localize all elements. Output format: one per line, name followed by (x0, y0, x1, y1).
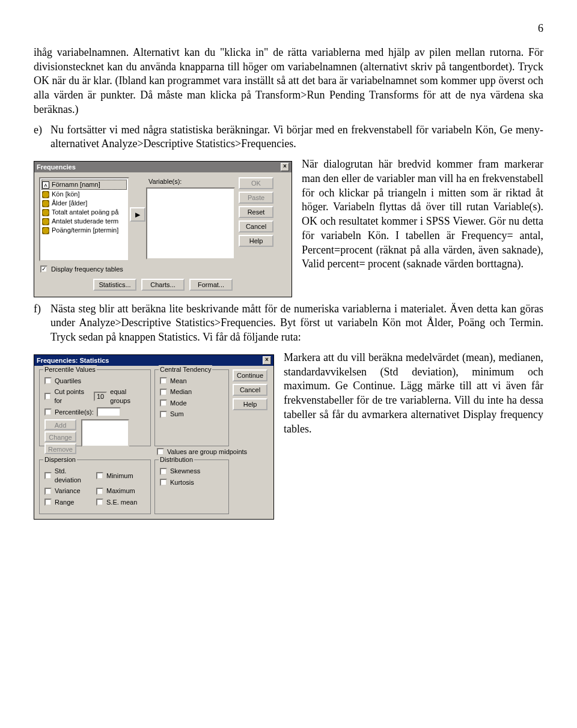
group-legend: Percentile Values (43, 365, 97, 374)
help-button[interactable]: Help (233, 398, 267, 410)
dialog-titlebar[interactable]: Frequencies × (34, 162, 292, 172)
mode-label: Mode (170, 399, 187, 408)
max-label: Maximum (106, 487, 135, 496)
numeric-icon (42, 191, 49, 198)
paste-button[interactable]: Paste (239, 192, 273, 204)
continue-button[interactable]: Continue (233, 369, 267, 381)
change-button[interactable]: Change (44, 431, 76, 442)
statistics-button[interactable]: Statistics... (93, 279, 136, 291)
se-checkbox[interactable] (96, 499, 103, 506)
list-item-label: Kön [kön] (52, 190, 79, 199)
distribution-group: Distribution Skewness Kurtosis (154, 460, 229, 514)
median-label: Median (170, 387, 192, 396)
frequencies-dialog: Frequencies × AFörnamn [namn] Kön [kön] … (34, 161, 292, 297)
quartiles-label: Quartiles (55, 377, 81, 386)
group-legend: Central Tendency (159, 365, 212, 374)
central-tendency-group: Central Tendency Mean Median Mode Sum (154, 369, 229, 446)
charts-button[interactable]: Charts... (141, 279, 185, 291)
range-checkbox[interactable] (44, 499, 52, 506)
quartiles-checkbox[interactable] (44, 377, 52, 384)
dispersion-group: Dispersion Std. deviation Minimum Varian… (39, 460, 151, 514)
dialog-titlebar[interactable]: Frequencies: Statistics × (34, 355, 273, 366)
list-item-label: Antalet studerade term (52, 217, 118, 226)
mode-checkbox[interactable] (160, 399, 167, 407)
sum-checkbox[interactable] (160, 411, 167, 418)
percentile-input[interactable] (97, 407, 121, 417)
add-button[interactable]: Add (44, 419, 76, 430)
list-item-label: Totalt antalet poäng på (52, 208, 118, 217)
item-f-text: Nästa steg blir att beräkna lite beskriv… (50, 303, 543, 344)
group-legend: Distribution (159, 455, 194, 464)
min-checkbox[interactable] (96, 472, 103, 479)
std-checkbox[interactable] (44, 472, 52, 479)
list-item-e: e)Nu fortsätter vi med några statistiska… (34, 123, 543, 152)
chevron-right-icon: ▶ (135, 210, 140, 219)
kurt-checkbox[interactable] (160, 479, 167, 486)
dialog-title: Frequencies: Statistics (37, 355, 109, 366)
dialog-title: Frequencies (37, 162, 76, 172)
item-e-lead: Nu fortsätter vi med några statistiska b… (50, 124, 543, 150)
list-item[interactable]: Antalet studerade term (41, 217, 127, 226)
move-right-button[interactable]: ▶ (130, 207, 145, 222)
list-letter-f: f) (34, 302, 50, 317)
skew-checkbox[interactable] (160, 468, 167, 475)
reset-button[interactable]: Reset (239, 206, 273, 218)
cancel-button[interactable]: Cancel (239, 220, 273, 232)
frequencies-statistics-dialog: Frequencies: Statistics × Percentile Val… (34, 354, 274, 520)
percentile-list[interactable] (81, 419, 129, 447)
values-midpoints-checkbox[interactable] (157, 448, 164, 455)
numeric-icon (42, 209, 49, 216)
format-button[interactable]: Format... (189, 279, 233, 291)
target-variable-list[interactable] (146, 187, 235, 259)
range-label: Range (55, 498, 74, 507)
cutpoints-pre: Cut points for (54, 387, 90, 405)
cutpoints-field[interactable]: 10 (94, 392, 107, 401)
page-number: 6 (34, 22, 543, 36)
display-frequency-label: Display frequency tables (51, 265, 123, 274)
help-button[interactable]: Help (239, 235, 273, 247)
source-variable-list[interactable]: AFörnamn [namn] Kön [kön] Ålder [ålder] … (39, 177, 129, 261)
list-item[interactable]: AFörnamn [namn] (41, 180, 127, 190)
numeric-icon (42, 227, 49, 234)
percentiles-label: Percentile(s): (55, 408, 94, 417)
list-item[interactable]: Kön [kön] (41, 190, 127, 199)
percentiles-checkbox[interactable] (44, 408, 52, 416)
cancel-button[interactable]: Cancel (233, 384, 267, 396)
group-legend: Dispersion (43, 455, 77, 464)
numeric-icon (42, 200, 49, 207)
list-item-label: Förnamn [namn] (52, 180, 100, 189)
skew-label: Skewness (170, 467, 200, 476)
kurt-label: Kurtosis (170, 478, 194, 487)
numeric-icon (42, 218, 49, 225)
list-item-f: f)Nästa steg blir att beräkna lite beskr… (34, 302, 543, 345)
cutpoints-post: equal groups (110, 387, 145, 405)
close-icon[interactable]: × (281, 163, 289, 171)
std-label: Std. deviation (55, 467, 94, 484)
ok-button[interactable]: OK (239, 177, 273, 189)
percentile-values-group: Percentile Values Quartiles Cut points f… (39, 369, 151, 446)
median-checkbox[interactable] (160, 389, 167, 396)
list-item-label: Ålder [ålder] (52, 199, 87, 208)
variables-label: Variable(s): (146, 177, 235, 186)
var-label: Variance (55, 487, 81, 496)
list-letter-e: e) (34, 123, 50, 138)
intro-paragraph: ihåg variabelnamnen. Alternativt kan du … (34, 46, 543, 117)
mean-checkbox[interactable] (160, 377, 167, 384)
list-item-label: Poäng/termin [ptermin] (52, 226, 118, 235)
var-checkbox[interactable] (44, 488, 52, 495)
list-item[interactable]: Poäng/termin [ptermin] (41, 226, 127, 235)
string-icon: A (42, 181, 49, 189)
max-checkbox[interactable] (96, 488, 103, 495)
close-icon[interactable]: × (263, 356, 271, 365)
mean-label: Mean (170, 377, 187, 386)
cutpoints-checkbox[interactable] (44, 393, 51, 400)
remove-button[interactable]: Remove (44, 443, 76, 454)
sum-label: Sum (170, 410, 184, 419)
display-frequency-checkbox[interactable]: ✓ (40, 265, 47, 273)
list-item[interactable]: Totalt antalet poäng på (41, 208, 127, 217)
list-item[interactable]: Ålder [ålder] (41, 199, 127, 208)
se-label: S.E. mean (106, 498, 137, 507)
values-midpoints-label: Values are group midpoints (167, 447, 247, 457)
min-label: Minimum (106, 472, 133, 481)
